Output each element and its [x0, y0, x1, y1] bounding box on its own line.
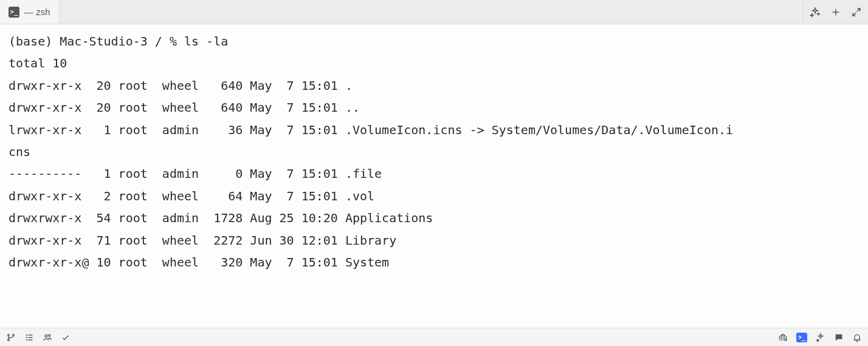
svg-point-1: [8, 339, 10, 341]
chat-icon[interactable]: [834, 333, 844, 342]
svg-point-3: [45, 334, 47, 337]
sparkle-icon[interactable]: [810, 7, 821, 18]
terminal-tab[interactable]: >_ — zsh: [0, 0, 60, 24]
branch-icon[interactable]: [6, 333, 16, 342]
terminal-output[interactable]: (base) Mac-Studio-3 / % ls -la total 10 …: [0, 24, 868, 328]
tab-title: — zsh: [24, 7, 50, 17]
svg-point-4: [49, 334, 50, 336]
tabbar-actions: [803, 0, 868, 24]
bell-icon[interactable]: [852, 333, 862, 342]
tabbar-spacer: [60, 0, 803, 24]
tab-bar: >_ — zsh: [0, 0, 868, 24]
check-icon[interactable]: [61, 333, 71, 342]
svg-point-6: [781, 337, 782, 338]
terminal-badge-icon[interactable]: >_: [796, 333, 807, 342]
svg-point-8: [785, 339, 787, 341]
status-sparkle-icon[interactable]: [816, 333, 825, 342]
accounts-icon[interactable]: [43, 333, 52, 342]
status-bar: >_: [0, 328, 868, 346]
copilot-icon[interactable]: [778, 333, 788, 342]
svg-point-2: [13, 334, 15, 336]
svg-point-7: [784, 337, 785, 338]
svg-point-0: [8, 334, 10, 336]
plus-icon[interactable]: [830, 7, 841, 18]
outline-icon[interactable]: [24, 333, 34, 342]
terminal-icon: >_: [9, 7, 19, 18]
expand-icon[interactable]: [851, 7, 862, 18]
